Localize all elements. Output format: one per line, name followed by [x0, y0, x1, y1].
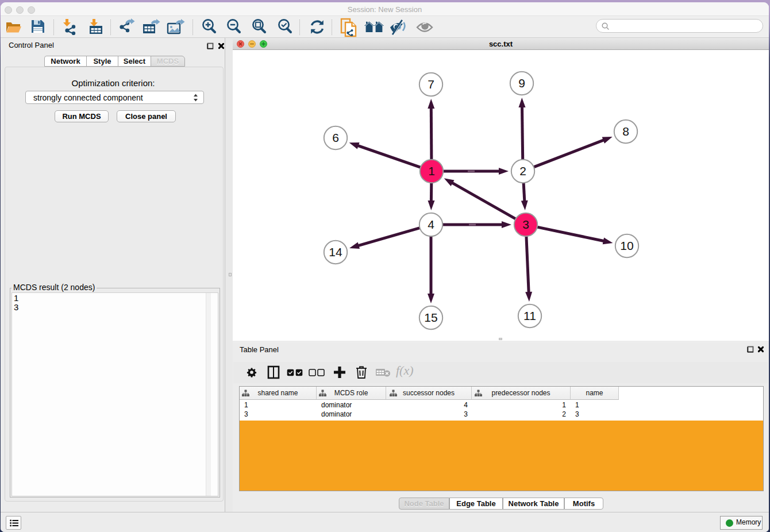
svg-text:10: 10 — [620, 239, 633, 252]
svg-text:11: 11 — [523, 309, 536, 322]
svg-text:1: 1 — [428, 164, 435, 178]
svg-text:4: 4 — [428, 218, 434, 231]
svg-text:6: 6 — [332, 131, 339, 144]
svg-text:7: 7 — [428, 78, 434, 91]
svg-text:9: 9 — [518, 76, 525, 90]
svg-text:8: 8 — [622, 125, 629, 138]
svg-text:3: 3 — [522, 218, 529, 231]
svg-text:2: 2 — [519, 164, 526, 178]
svg-text:14: 14 — [329, 245, 342, 259]
svg-text:15: 15 — [424, 311, 437, 324]
